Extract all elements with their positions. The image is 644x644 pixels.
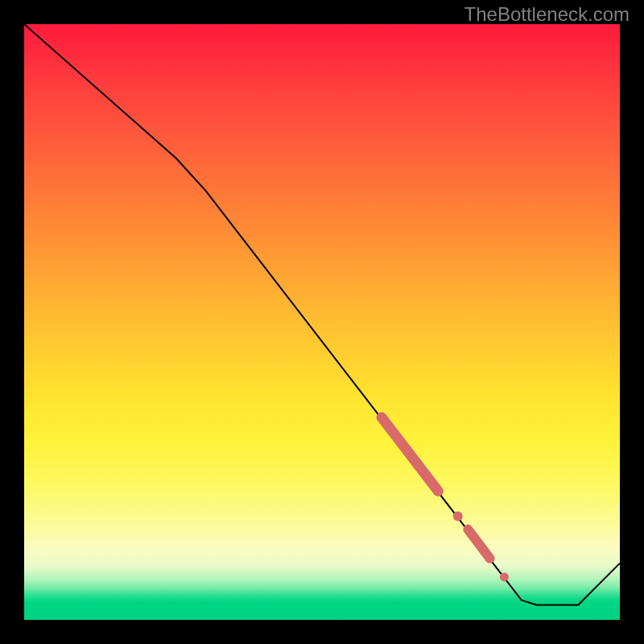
- red-dot-mid: [453, 511, 463, 521]
- thick-red-segment-lower: [468, 530, 489, 559]
- thick-red-segment-upper: [382, 417, 438, 491]
- main-curve-line: [24, 24, 620, 605]
- red-dot-low: [500, 572, 509, 581]
- curve-markers: [382, 417, 509, 581]
- plot-overlay-svg: [24, 24, 620, 620]
- attribution-text: TheBottleneck.com: [464, 3, 630, 26]
- chart-frame: TheBottleneck.com: [0, 0, 644, 644]
